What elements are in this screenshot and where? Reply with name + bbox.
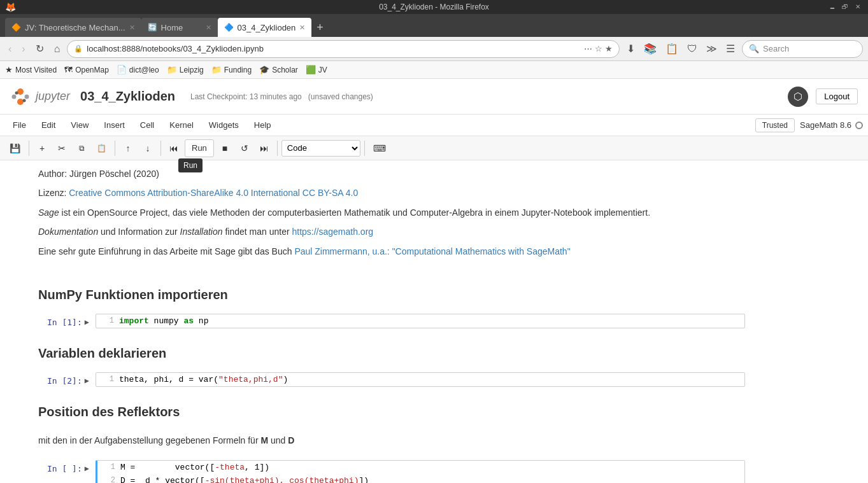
cell-2-content[interactable]: 1 theta, phi, d = var("theta,phi,d") [96, 372, 745, 387]
jupyter-logo[interactable]: jupyter [10, 87, 70, 107]
bookmark-star-icon[interactable]: ☆ [595, 44, 602, 53]
logout-button[interactable]: Logout [816, 88, 858, 104]
tab-home-label: Home [161, 23, 183, 32]
tab-home[interactable]: 🔄 Home ✕ [141, 18, 218, 37]
firefox-icon: 🦊 [5, 2, 16, 12]
download-icon[interactable]: ⬇ [623, 41, 638, 56]
bookmark-most-visited[interactable]: ★ Most Visited [5, 65, 57, 74]
add-cell-button[interactable]: + [33, 139, 51, 157]
bookmark-icon[interactable]: ★ [605, 44, 613, 53]
shield-icon[interactable]: 🛡 [684, 41, 701, 56]
sage-url-link[interactable]: https://sagemath.org [292, 227, 373, 237]
svg-point-3 [25, 94, 29, 99]
notebook-name[interactable]: 03_4_Zyklioden [80, 89, 175, 104]
cell-area: Author: Jürgen Pöschel (2020) Lizenz: Cr… [0, 160, 764, 483]
move-up-button[interactable]: ↑ [119, 139, 137, 157]
bookmark-jv[interactable]: 🟩 JV [306, 65, 327, 74]
forward-button[interactable]: › [18, 42, 28, 56]
unsaved-text: (unsaved changes) [308, 92, 373, 101]
menu-file[interactable]: File [5, 118, 34, 132]
bookmark-openmap[interactable]: 🗺 OpenMap [64, 65, 109, 74]
menu-view[interactable]: View [63, 118, 96, 132]
run-button[interactable]: Run [185, 139, 214, 157]
menu-kernel[interactable]: Kernel [162, 118, 201, 132]
header-right: ⬡ Logout [788, 87, 858, 107]
cell-3-code-1: M = vector([-theta, 1]) [120, 463, 739, 472]
nav-bar: ‹ › ↻ ⌂ 🔒 localhost:8888/notebooks/03_4_… [0, 37, 868, 61]
menu-insert[interactable]: Insert [96, 118, 132, 132]
bookmark-openmap-label: OpenMap [75, 66, 109, 74]
extensions-icon[interactable]: ≫ [703, 41, 720, 56]
leipzig-icon: 📁 [167, 65, 177, 74]
kernel-status-circle [855, 122, 863, 129]
menu-edit[interactable]: Edit [34, 118, 63, 132]
license-link[interactable]: Creative Commons Attribution-ShareAlike … [69, 188, 358, 198]
sage-intro-text: Sage ist ein OpenSource Project, das vie… [38, 206, 745, 220]
tab-notebook-label: 03_4_Zyklioden [238, 23, 296, 32]
book-link[interactable]: Paul Zimmermann, u.a.: "Computational Ma… [294, 246, 570, 256]
new-tab-button[interactable]: + [311, 18, 329, 37]
sidebar-icon[interactable]: 📋 [662, 41, 681, 56]
cell-type-select[interactable]: Code Markdown Raw NBConvert Heading [281, 140, 360, 157]
menu-help[interactable]: Help [246, 118, 279, 132]
tab-notebook-close[interactable]: ✕ [299, 24, 305, 32]
bookmark-funding[interactable]: 📁 Funding [211, 65, 252, 74]
bookmarks-list-icon[interactable]: 📚 [641, 41, 660, 56]
bookmark-dictleo[interactable]: 📄 dict@leo [117, 65, 159, 74]
search-bar[interactable]: 🔍 Search [742, 40, 863, 58]
move-down-button[interactable]: ↓ [139, 139, 157, 157]
kernel-button[interactable]: ⬡ [788, 87, 808, 107]
cell-3-code-2: D = d * vector([-sin(theta+phi), cos(the… [120, 476, 739, 483]
scholar-icon: 🎓 [259, 65, 269, 74]
tab-notebook[interactable]: 🔷 03_4_Zyklioden ✕ [218, 18, 312, 37]
tab-bar: 🔶 JV: Theoretische Mechan... ✕ 🔄 Home ✕ … [0, 14, 868, 37]
tab-jv[interactable]: 🔶 JV: Theoretische Mechan... ✕ [5, 18, 141, 37]
cell-2-code-1: theta, phi, d = var("theta,phi,d") [119, 375, 739, 384]
fast-next-button[interactable]: ⏭ [255, 139, 273, 157]
sep5 [364, 141, 365, 156]
cell-1-prompt: In [1]: ▶ [38, 314, 96, 327]
copy-cell-button[interactable]: ⧉ [73, 139, 90, 157]
address-bar[interactable]: 🔒 localhost:8888/notebooks/03_4_Zykliode… [67, 40, 620, 58]
restart-button[interactable]: ↺ [236, 139, 253, 157]
cell-3-line-1: 1 M = vector([-theta, 1]) [97, 461, 744, 474]
cell-3-line-2: 2 D = d * vector([-sin(theta+phi), cos(t… [97, 474, 744, 483]
maximize-icon[interactable]: 🗗 [840, 2, 850, 12]
bookmark-leipzig[interactable]: 📁 Leipzig [167, 65, 204, 74]
paste-cell-button[interactable]: 📋 [92, 139, 111, 157]
stop-button[interactable]: ■ [216, 139, 234, 157]
cell-3-linenum-2: 2 [103, 476, 115, 483]
menu-cell[interactable]: Cell [132, 118, 162, 132]
tab-notebook-icon: 🔷 [224, 23, 234, 32]
fast-prev-button[interactable]: ⏮ [165, 139, 183, 157]
save-button[interactable]: 💾 [5, 139, 25, 157]
tab-home-close[interactable]: ✕ [206, 24, 211, 32]
back-button[interactable]: ‹ [5, 42, 15, 56]
jupyter-text: jupyter [36, 90, 70, 103]
close-icon[interactable]: ✕ [853, 2, 863, 12]
cell-3-content[interactable]: 1 M = vector([-theta, 1]) 2 D = d * vect… [96, 460, 745, 483]
copy-icon: ⧉ [79, 144, 85, 153]
address-menu-icon[interactable]: ⋯ [584, 44, 592, 53]
sep2 [115, 141, 115, 156]
trusted-button[interactable]: Trusted [755, 118, 795, 132]
window-controls[interactable]: 🗕 🗗 ✕ [827, 2, 863, 12]
cut-cell-button[interactable]: ✂ [53, 139, 71, 157]
cell-1-content[interactable]: 1 import numpy as np [96, 314, 745, 328]
cell-2-prompt-text: In [2]: [47, 376, 82, 386]
kernel-icon: ⬡ [793, 90, 802, 102]
bookmark-scholar-label: Scholar [272, 66, 298, 74]
minimize-icon[interactable]: 🗕 [827, 2, 837, 12]
menu-icon[interactable]: ☰ [723, 41, 738, 56]
run-tooltip: Run [178, 158, 203, 172]
menu-widgets[interactable]: Widgets [201, 118, 246, 132]
home-button[interactable]: ⌂ [51, 42, 64, 56]
jupyter-logo-svg [10, 87, 31, 107]
bookmark-scholar[interactable]: 🎓 Scholar [259, 65, 298, 74]
keyboard-shortcuts-button[interactable]: ⌨ [369, 139, 390, 157]
reload-button[interactable]: ↻ [32, 41, 47, 56]
position-subtext: mit den in der Aufgabenstellung gegebene… [38, 433, 745, 447]
tab-jv-close[interactable]: ✕ [129, 24, 135, 32]
code-cell-1: In [1]: ▶ 1 import numpy as np [38, 314, 745, 328]
kernel-info: SageMath 8.6 [800, 120, 863, 130]
